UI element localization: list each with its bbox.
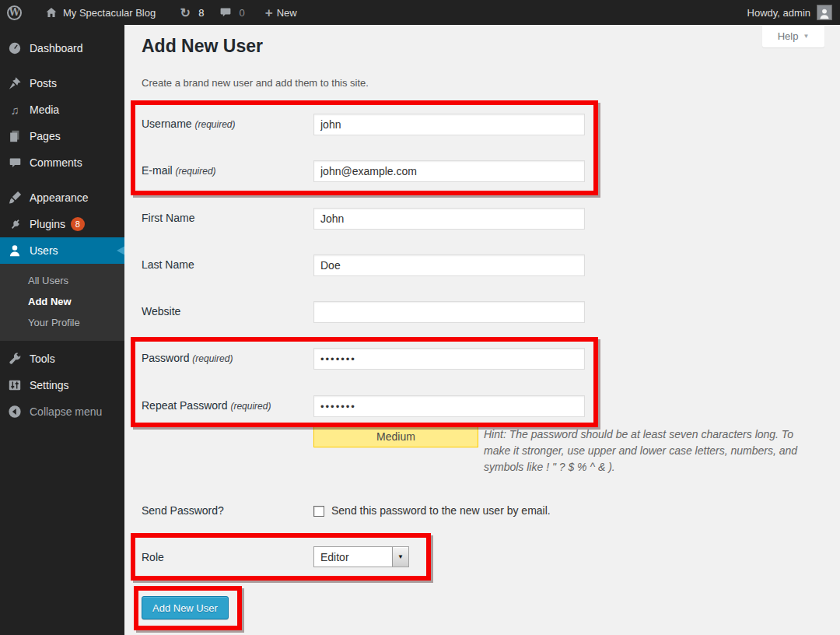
media-icon: ♫ <box>7 102 23 118</box>
email-label: E-mail (required) <box>142 164 305 177</box>
website-field[interactable] <box>313 301 585 323</box>
users-icon <box>7 243 23 258</box>
repeat-password-field[interactable] <box>313 395 585 417</box>
sidebar-item-label: Posts <box>30 77 57 89</box>
home-icon <box>44 5 59 20</box>
last-name-field[interactable] <box>313 254 585 276</box>
send-password-label: Send Password? <box>142 504 305 517</box>
page-title: Add New User <box>142 36 263 57</box>
pages-icon <box>7 128 23 144</box>
comments-icon <box>7 155 23 170</box>
sidebar-item-label: Appearance <box>30 191 89 204</box>
send-password-checkbox[interactable] <box>313 506 324 517</box>
sidebar-item-media[interactable]: ♫ Media <box>0 96 124 123</box>
username-field[interactable] <box>313 114 585 135</box>
help-button[interactable]: Help ▼ <box>762 25 824 47</box>
users-submenu: All Users Add New Your Profile <box>0 264 124 341</box>
sidebar-item-dashboard[interactable]: Dashboard <box>0 35 124 61</box>
role-label: Role <box>142 551 305 563</box>
first-name-label: First Name <box>142 212 305 224</box>
sidebar-item-label: Tools <box>30 353 55 365</box>
updates-icon: ↻ <box>177 5 193 20</box>
comments-count: 0 <box>239 7 244 19</box>
website-label: Website <box>142 305 305 318</box>
send-password-checkbox-label: Send this password to the new user by em… <box>331 504 551 517</box>
hint-wrap-spacer <box>268 426 484 461</box>
sidebar-item-label: Media <box>30 103 59 116</box>
collapse-icon <box>7 404 23 419</box>
avatar[interactable] <box>817 5 832 20</box>
email-field[interactable] <box>313 160 585 182</box>
sidebar-item-pages[interactable]: Pages <box>0 123 124 149</box>
dropdown-arrow-icon: ▼ <box>392 547 408 567</box>
sidebar-item-label: Dashboard <box>30 42 83 54</box>
wp-logo-menu[interactable]: W <box>0 0 29 25</box>
sidebar-item-label: Users <box>30 244 58 257</box>
sidebar-item-label: Collapse menu <box>30 405 102 418</box>
collapse-menu-button[interactable]: Collapse menu <box>0 398 124 425</box>
password-label: Password (required) <box>142 352 305 364</box>
plugins-icon <box>7 216 23 232</box>
new-label: New <box>277 7 297 19</box>
repeat-password-label: Repeat Password (required) <box>142 399 305 412</box>
password-hint: Hint: The password should be at least se… <box>268 426 807 475</box>
tools-icon <box>7 351 23 367</box>
submenu-item-add-new[interactable]: Add New <box>0 291 124 312</box>
page-description: Create a brand new user and add them to … <box>142 77 369 89</box>
sidebar-item-plugins[interactable]: Plugins 8 <box>0 211 124 237</box>
chevron-down-icon: ▼ <box>803 33 809 40</box>
sidebar-item-appearance[interactable]: Appearance <box>0 184 124 211</box>
submenu-item-all-users[interactable]: All Users <box>0 270 124 291</box>
plugins-update-badge: 8 <box>71 217 85 231</box>
site-name-link[interactable]: My Spectacular Blog <box>37 0 163 25</box>
appearance-icon <box>7 190 23 205</box>
settings-icon <box>7 377 23 393</box>
sidebar-item-tools[interactable]: Tools <box>0 346 124 372</box>
howdy-admin-link[interactable]: Howdy, admin <box>747 7 810 19</box>
wordpress-logo-icon: W <box>7 5 22 20</box>
sidebar-item-users[interactable]: Users <box>0 237 124 264</box>
sidebar-item-label: Pages <box>30 130 61 142</box>
admin-bar: W My Spectacular Blog ↻ 8 0 + New Howdy,… <box>0 0 840 25</box>
updates-count: 8 <box>198 7 204 19</box>
sidebar-item-settings[interactable]: Settings <box>0 372 124 398</box>
new-content-link[interactable]: + New <box>258 0 304 25</box>
username-label: Username (required) <box>142 118 305 130</box>
plus-icon: + <box>265 6 273 19</box>
dashboard-icon <box>7 40 23 56</box>
sidebar-item-label: Comments <box>30 156 82 169</box>
sidebar-item-posts[interactable]: Posts <box>0 70 124 96</box>
sidebar-item-comments[interactable]: Comments <box>0 149 124 176</box>
password-field[interactable] <box>313 348 585 370</box>
comment-bubble-icon <box>218 5 233 20</box>
help-label: Help <box>778 30 799 42</box>
role-select-value: Editor <box>314 551 392 563</box>
add-new-user-button[interactable]: Add New User <box>142 596 229 619</box>
sidebar-item-label: Settings <box>30 379 69 391</box>
submenu-item-your-profile[interactable]: Your Profile <box>0 312 124 333</box>
admin-sidebar: Dashboard Posts ♫ Media Pages Comments A… <box>0 25 124 635</box>
main-content: Help ▼ Add New User Create a brand new u… <box>124 25 840 635</box>
site-name-label: My Spectacular Blog <box>63 7 156 19</box>
sidebar-item-label: Plugins <box>30 218 65 230</box>
comments-link[interactable]: 0 <box>211 0 251 25</box>
last-name-label: Last Name <box>142 258 305 271</box>
role-select[interactable]: Editor ▼ <box>313 546 409 567</box>
first-name-field[interactable] <box>313 208 585 230</box>
updates-link[interactable]: ↻ 8 <box>170 0 211 25</box>
pin-icon <box>7 75 23 91</box>
